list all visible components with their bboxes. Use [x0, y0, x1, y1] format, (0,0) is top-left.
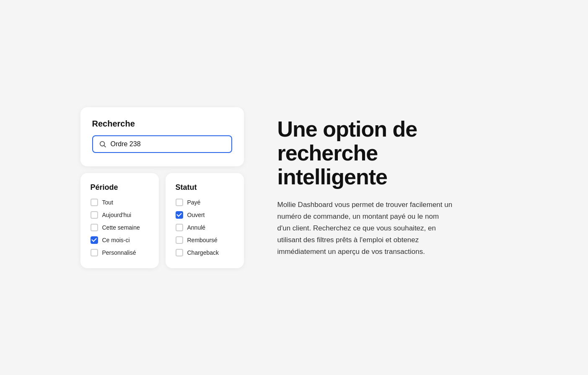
periode-checkbox-aujourdhui[interactable] [91, 211, 98, 219]
hero-headline: Une option de recherche intelligente [277, 117, 453, 189]
main-container: Recherche Période Tout [64, 107, 525, 268]
periode-item-tout[interactable]: Tout [91, 199, 149, 206]
periode-checkbox-personnalise[interactable] [91, 249, 98, 256]
search-card-title: Recherche [92, 119, 232, 129]
periode-item-cette-semaine[interactable]: Cette semaine [91, 224, 149, 231]
statut-label-rembourse: Remboursé [187, 237, 218, 243]
periode-title: Période [91, 183, 149, 192]
statut-label-chargeback: Chargeback [187, 249, 219, 256]
filters-row: Période Tout Aujourd'hui Cette semaine [80, 173, 244, 268]
search-input-wrapper[interactable] [92, 135, 232, 153]
left-panel: Recherche Période Tout [80, 107, 244, 268]
statut-checkbox-annule[interactable] [176, 224, 183, 231]
periode-checkbox-cette-semaine[interactable] [91, 224, 98, 231]
statut-checkbox-chargeback[interactable] [176, 249, 183, 256]
statut-checkbox-rembourse[interactable] [176, 236, 183, 244]
search-card: Recherche [80, 107, 244, 166]
search-icon [99, 140, 106, 148]
periode-item-aujourdhui[interactable]: Aujourd'hui [91, 211, 149, 219]
periode-item-ce-mois-ci[interactable]: Ce mois-ci [91, 236, 149, 244]
statut-checkbox-paye[interactable] [176, 199, 183, 206]
statut-checkbox-list: Payé Ouvert Annulé Remboursé [176, 199, 234, 256]
periode-checkbox-tout[interactable] [91, 199, 98, 206]
periode-label-personnalise: Personnalisé [102, 249, 136, 256]
statut-item-annule[interactable]: Annulé [176, 224, 234, 231]
statut-item-rembourse[interactable]: Remboursé [176, 236, 234, 244]
statut-item-ouvert[interactable]: Ouvert [176, 211, 234, 219]
statut-checkbox-ouvert[interactable] [176, 211, 183, 219]
periode-label-tout: Tout [102, 199, 113, 206]
statut-label-annule: Annulé [187, 224, 206, 231]
periode-card: Période Tout Aujourd'hui Cette semaine [80, 173, 159, 268]
svg-line-1 [104, 145, 106, 147]
periode-label-aujourdhui: Aujourd'hui [102, 212, 132, 218]
right-panel: Une option de recherche intelligente Mol… [277, 117, 453, 258]
statut-item-paye[interactable]: Payé [176, 199, 234, 206]
periode-label-cette-semaine: Cette semaine [102, 224, 140, 231]
periode-checkbox-ce-mois-ci[interactable] [91, 236, 98, 244]
statut-item-chargeback[interactable]: Chargeback [176, 249, 234, 256]
hero-description: Mollie Dashboard vous permet de trouver … [277, 199, 453, 258]
search-input[interactable] [111, 140, 225, 148]
statut-label-ouvert: Ouvert [187, 212, 205, 218]
statut-title: Statut [176, 183, 234, 192]
periode-label-ce-mois-ci: Ce mois-ci [102, 237, 130, 243]
periode-checkbox-list: Tout Aujourd'hui Cette semaine Ce mois-c… [91, 199, 149, 256]
statut-card: Statut Payé Ouvert Annulé [166, 173, 244, 268]
statut-label-paye: Payé [187, 199, 201, 206]
periode-item-personnalise[interactable]: Personnalisé [91, 249, 149, 256]
